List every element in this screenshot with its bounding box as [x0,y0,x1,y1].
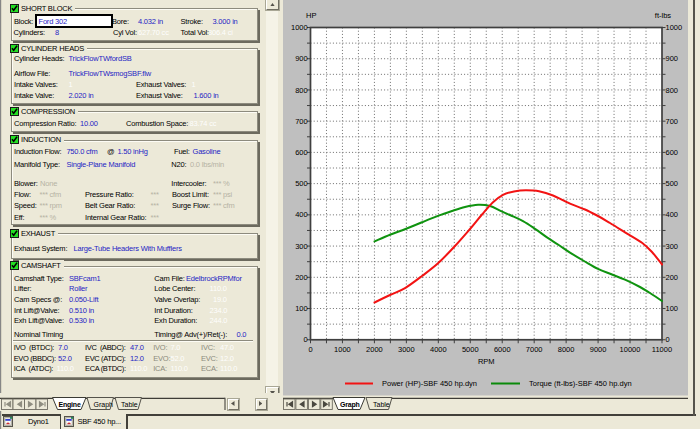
svg-text:8000: 8000 [558,345,575,354]
svg-text:900: 900 [295,54,308,63]
svg-text:4000: 4000 [430,345,447,354]
svg-text:Power (HP)-SBF 450 hp.dyn: Power (HP)-SBF 450 hp.dyn [382,379,477,388]
svg-text:RPM: RPM [478,357,495,366]
svg-text:800: 800 [295,86,308,95]
svg-text:6000: 6000 [494,345,511,354]
svg-text:100: 100 [666,304,679,313]
svg-text:800: 800 [666,86,679,95]
svg-text:600: 600 [666,148,679,157]
svg-text:0: 0 [304,335,308,344]
svg-text:500: 500 [666,179,679,188]
svg-text:10000: 10000 [620,345,641,354]
svg-text:ft-lbs: ft-lbs [655,11,672,20]
svg-text:0: 0 [666,335,670,344]
svg-text:1000: 1000 [666,23,683,32]
svg-text:400: 400 [295,210,308,219]
svg-text:3000: 3000 [398,345,415,354]
svg-text:700: 700 [666,117,679,126]
svg-text:2000: 2000 [366,345,383,354]
svg-text:1000: 1000 [334,345,351,354]
svg-text:700: 700 [295,117,308,126]
svg-text:900: 900 [666,54,679,63]
svg-text:200: 200 [666,273,679,282]
svg-text:0: 0 [308,345,312,354]
svg-text:300: 300 [666,242,679,251]
svg-text:Table: Table [121,401,138,408]
svg-text:Torque (ft-lbs)-SBF 450 hp.dyn: Torque (ft-lbs)-SBF 450 hp.dyn [529,379,632,388]
svg-text:100: 100 [295,304,308,313]
svg-text:600: 600 [295,148,308,157]
svg-text:Table: Table [373,401,390,408]
svg-text:7000: 7000 [526,345,543,354]
svg-text:Graph: Graph [340,401,360,409]
svg-text:300: 300 [295,242,308,251]
svg-text:9000: 9000 [590,345,607,354]
svg-text:400: 400 [666,210,679,219]
svg-text:5000: 5000 [462,345,479,354]
svg-text:500: 500 [295,179,308,188]
svg-text:1000: 1000 [291,23,308,32]
svg-text:Graph: Graph [94,401,114,409]
svg-text:Engine: Engine [59,401,81,409]
svg-text:HP: HP [306,11,316,20]
svg-text:200: 200 [295,273,308,282]
svg-text:11000: 11000 [652,345,672,354]
